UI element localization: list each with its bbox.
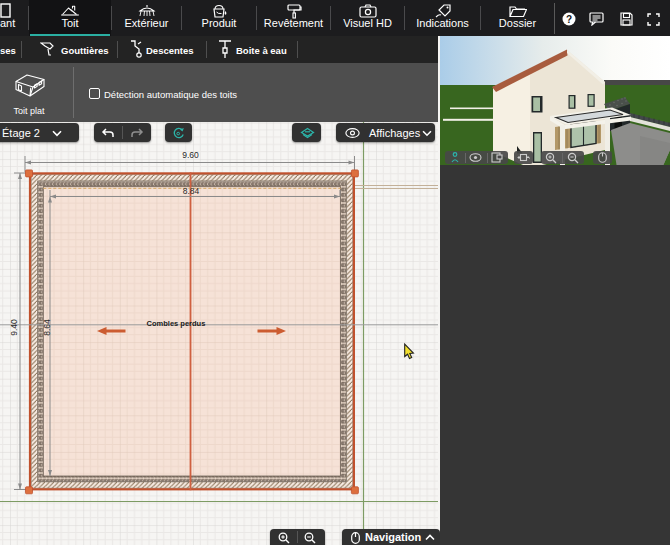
svg-text:Combles perdus: Combles perdus bbox=[147, 319, 206, 328]
svg-text:9.40: 9.40 bbox=[9, 319, 19, 336]
svg-text:8.64: 8.64 bbox=[42, 319, 52, 336]
svg-text:9.60: 9.60 bbox=[182, 150, 199, 160]
svg-text:?: ? bbox=[566, 14, 572, 25]
svg-text:8.84: 8.84 bbox=[183, 186, 200, 196]
